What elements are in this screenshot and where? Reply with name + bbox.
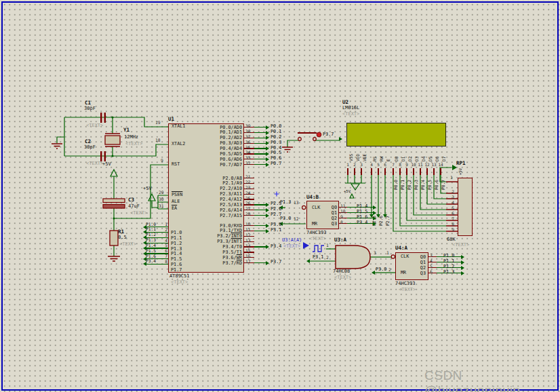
pin-row[interactable]: P0.7/AD7 32 P0.7 (171, 162, 293, 168)
pin-number: 13 (245, 238, 251, 243)
net-arrow-icon (461, 255, 464, 259)
pin-number: 37 (245, 134, 251, 139)
net-label: P3.1 (271, 227, 281, 233)
lcd-pin[interactable]: RW 5 (375, 148, 382, 179)
u3a-out-num: 3 (374, 251, 376, 255)
pin-wire (254, 127, 266, 128)
lcd-pin[interactable]: D5 12 (424, 148, 431, 179)
net-arrow-icon (266, 152, 269, 156)
c1-note: <TEXT> (86, 123, 103, 128)
u4b-note: <TEXT> (309, 237, 326, 241)
net-label-column: P0.4 (417, 176, 424, 217)
pin-number: 3 (430, 253, 433, 258)
pin-number: 28 (245, 212, 251, 216)
u1-p0-pins: P0.0/AD0 39 P0.0 P0.1/AD1 38 P0.1 P0.2/A… (171, 125, 293, 168)
net-arrow-icon (266, 157, 269, 161)
lcd-pin[interactable]: VEE 3 (358, 148, 365, 179)
u1-p2-pins: P2.0/A8 21 P2.1/A9 22 P2.2/A10 23 P2.3/A… (171, 176, 293, 218)
lcd-pin-number: 14 (437, 162, 444, 167)
net-label: P1.3 (146, 237, 156, 242)
net-arrow-icon (373, 222, 376, 226)
net-label: P1.1 (443, 258, 454, 264)
pin-row[interactable]: P3.7/RD 17 P3.7 (171, 260, 293, 266)
pin-row[interactable]: P2.2/A10 23 (171, 186, 293, 191)
lcd-screen[interactable] (346, 123, 446, 146)
u3a-ref: U3:A (334, 237, 346, 243)
button-actuator-dot[interactable] (317, 132, 321, 137)
u3a-in2-num: 2 (326, 256, 329, 260)
pin-number: 6 (430, 269, 433, 274)
pin-row[interactable]: P2.1/A9 22 (171, 181, 293, 187)
pin-name: P0.1/AD1 (171, 130, 243, 135)
pin-stub (413, 168, 414, 175)
pin-row[interactable]: P3.4/T0 14 P3.4 (171, 244, 293, 250)
pin-wire (254, 132, 266, 133)
lcd-pin[interactable]: VSS 1 (344, 148, 351, 179)
y1-note: <TEXT> (125, 142, 142, 146)
pin-row[interactable]: P2.7/A15 28 P2.7 (171, 213, 293, 218)
lcd-pin[interactable]: D1 8 (397, 148, 403, 179)
pin-stub (393, 168, 393, 175)
pin-number: 4 (445, 200, 454, 205)
pin-name: Q2 (414, 265, 426, 271)
lcd-pin[interactable]: D2 9 (403, 148, 410, 179)
u1-pinnum-30: 30 (159, 197, 164, 201)
net-label-column: P0.7 (437, 176, 444, 217)
pin-wire (254, 138, 266, 138)
pin-row[interactable]: P3.5/T1 15 (171, 250, 293, 255)
u4a-pin-clk: CLK (401, 254, 409, 259)
net-arrow-icon (373, 216, 376, 220)
respack-rp1-body[interactable] (458, 178, 473, 236)
net-label-column: P0.3 (410, 176, 417, 217)
y1-ref: Y1 (123, 128, 129, 133)
lcd-pin[interactable]: RS 4 (368, 148, 375, 179)
pin-number: 9 (445, 227, 454, 233)
u1-p1-pins: P1.0 1 P1.1 2 P1.2 3 P1.3 4 P1.4 5 P1.5 (140, 223, 168, 266)
lcd-pin[interactable]: D0 7 (390, 148, 397, 179)
lcd-pin[interactable]: VDD 2 (351, 148, 358, 179)
pin-number: 7 (445, 216, 454, 222)
lcd-pin[interactable]: D4 11 (417, 148, 424, 179)
net-label: P1.0 (443, 253, 454, 258)
pin-stub (399, 168, 400, 175)
pin-row[interactable]: P2.0/A8 21 (171, 176, 293, 181)
c2-value: 30pF (84, 145, 96, 150)
pin-row[interactable]: P3.1/TXD 11 P3.1 (171, 229, 293, 234)
watermark: CSDN @biyezuopinvip (424, 368, 560, 392)
net-arrow-icon (266, 261, 269, 265)
pin-row[interactable]: 6 P1.3 (428, 271, 477, 276)
u4b-clk-net: P1.3 (280, 200, 291, 205)
and-gate-u3a[interactable] (336, 246, 370, 269)
clock-generator-symbol[interactable] (303, 242, 324, 252)
lcd-pin[interactable]: D7 14 (437, 148, 444, 179)
pin-stub (433, 168, 434, 175)
net-arrow-icon (266, 136, 269, 140)
lcd-pin[interactable]: D6 13 (431, 148, 437, 179)
pin-name: P0.4/AD4 (171, 146, 243, 151)
pin-name: P2.7/A15 (171, 213, 243, 218)
push-button[interactable] (298, 132, 321, 140)
pin-number: 5 (165, 243, 167, 248)
lcd-pin-name: D7 (442, 157, 446, 161)
pin-row[interactable]: P2.3/A11 24 (171, 191, 293, 197)
pin-name: Q3 (325, 221, 337, 227)
u4b-pin-mr: MR (312, 222, 317, 227)
lcd-pin[interactable]: E 6 (382, 148, 388, 179)
r1-value: 0.5 (118, 235, 127, 240)
pin-name: P3.2/INT0 (171, 233, 243, 239)
u3a-note: <TEXT> (334, 275, 351, 280)
u4a-clk-num: 1 (386, 251, 389, 255)
net-arrow-icon (373, 211, 376, 215)
c1-ref: C1 (85, 100, 91, 106)
u2-note: <TEXT> (342, 112, 359, 117)
pin-row[interactable]: P3.2/INT0 12 (171, 233, 293, 239)
pin-row[interactable]: P3.4 8 (140, 260, 168, 265)
pin-wire (254, 164, 266, 165)
u4b-pin-clk: CLK (312, 205, 320, 210)
pin-stub (440, 168, 441, 175)
clock-generator-label: U3:A(A) (282, 238, 302, 243)
net-label: P0.3 (271, 140, 281, 145)
lcd-pin[interactable]: D3 10 (410, 148, 417, 179)
schematic-canvas[interactable]: C1 30pF <TEXT> C2 30pF <TEXT> Y1 12MHz <… (0, 0, 560, 392)
pin-row[interactable]: 8 P3.4 (339, 221, 388, 227)
